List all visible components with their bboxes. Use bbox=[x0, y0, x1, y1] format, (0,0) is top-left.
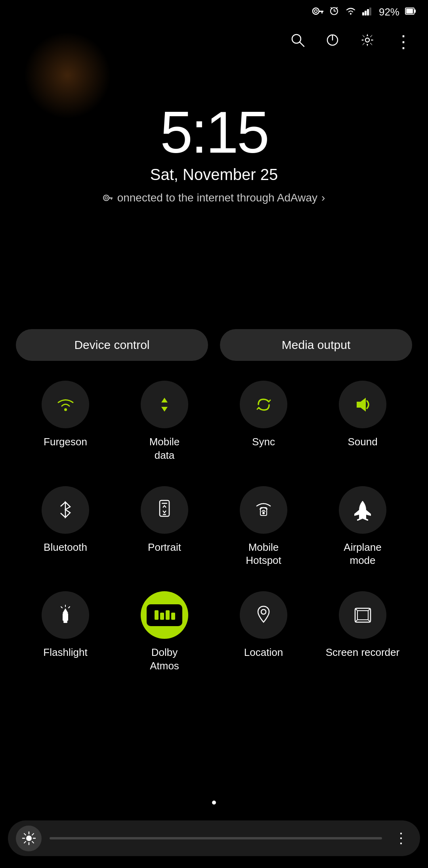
airplane-label: Airplanemode bbox=[344, 541, 381, 568]
sound-label: Sound bbox=[348, 435, 377, 449]
svg-rect-12 bbox=[365, 11, 367, 15]
svg-rect-26 bbox=[111, 199, 112, 200]
qs-item-portrait[interactable]: Portrait bbox=[125, 486, 204, 568]
qs-item-airplane[interactable]: Airplanemode bbox=[323, 486, 402, 568]
svg-point-28 bbox=[64, 408, 67, 411]
svg-rect-27 bbox=[112, 197, 113, 199]
clock-time: 5:15 bbox=[0, 103, 428, 162]
signal-icon bbox=[362, 7, 373, 17]
qs-item-flashlight[interactable]: Flashlight bbox=[26, 591, 105, 673]
mobiledata-toggle-circle bbox=[141, 381, 188, 428]
wifi-label: Furgeson bbox=[44, 435, 87, 449]
location-toggle-circle bbox=[240, 591, 287, 639]
qs-item-mobiledata[interactable]: Mobiledata bbox=[125, 381, 204, 462]
svg-rect-3 bbox=[321, 12, 323, 13]
screenrecorder-label: Screen recorder bbox=[326, 646, 399, 659]
svg-line-62 bbox=[32, 841, 34, 843]
portrait-toggle-circle bbox=[141, 486, 188, 534]
action-bar: ⋮ bbox=[0, 26, 428, 57]
alarm-icon bbox=[329, 6, 339, 19]
qs-item-location[interactable]: Location bbox=[224, 591, 303, 673]
svg-rect-4 bbox=[323, 11, 323, 12]
vpn-notice: onnected to the internet through AdAway … bbox=[0, 192, 428, 204]
svg-rect-16 bbox=[414, 10, 416, 13]
wifi-toggle-circle bbox=[42, 381, 89, 428]
vpn-text: onnected to the internet through AdAway bbox=[117, 192, 317, 204]
svg-point-49 bbox=[261, 609, 266, 614]
svg-rect-34 bbox=[163, 514, 166, 515]
brightness-slider[interactable] bbox=[50, 837, 382, 839]
svg-line-42 bbox=[61, 607, 62, 608]
brightness-bar[interactable]: ⋮ bbox=[8, 820, 420, 856]
svg-rect-14 bbox=[369, 8, 371, 15]
quick-settings: Furgeson Mobiledata Sync bbox=[0, 381, 428, 697]
svg-rect-43 bbox=[63, 621, 67, 623]
svg-rect-11 bbox=[362, 12, 364, 15]
screenrecorder-toggle-circle bbox=[339, 591, 386, 639]
svg-line-64 bbox=[24, 841, 26, 843]
svg-point-1 bbox=[314, 10, 317, 12]
brightness-more-icon[interactable]: ⋮ bbox=[390, 830, 412, 847]
qs-item-hotspot[interactable]: MobileHotspot bbox=[224, 486, 303, 568]
qs-row-1: Furgeson Mobiledata Sync bbox=[16, 381, 412, 462]
hotspot-toggle-circle bbox=[240, 486, 287, 534]
qs-item-bluetooth[interactable]: Bluetooth bbox=[26, 486, 105, 568]
svg-rect-13 bbox=[367, 9, 369, 15]
flashlight-toggle-circle bbox=[42, 591, 89, 639]
qs-row-3: Flashlight DolbyAtmos bbox=[16, 591, 412, 673]
settings-icon[interactable] bbox=[360, 33, 375, 51]
svg-line-30 bbox=[61, 513, 65, 517]
search-icon[interactable] bbox=[290, 33, 305, 51]
svg-point-0 bbox=[313, 8, 319, 14]
svg-line-19 bbox=[300, 42, 304, 46]
power-icon[interactable] bbox=[325, 33, 340, 51]
svg-point-24 bbox=[105, 197, 107, 199]
svg-rect-46 bbox=[160, 613, 164, 620]
sound-toggle-circle bbox=[339, 381, 386, 428]
flashlight-label: Flashlight bbox=[43, 646, 87, 659]
vpn-arrow-icon: › bbox=[321, 192, 325, 204]
battery-percentage: 92% bbox=[379, 6, 399, 18]
bluetooth-label: Bluetooth bbox=[44, 541, 87, 554]
location-label: Location bbox=[244, 646, 283, 659]
clock-section: 5:15 Sat, November 25 onnected to the in… bbox=[0, 103, 428, 204]
hotspot-label: MobileHotspot bbox=[246, 541, 281, 568]
qs-item-sync[interactable]: Sync bbox=[224, 381, 303, 462]
svg-rect-38 bbox=[63, 613, 68, 621]
portrait-label: Portrait bbox=[148, 541, 181, 554]
wifi-status-icon bbox=[345, 6, 357, 17]
svg-rect-17 bbox=[406, 9, 413, 13]
svg-line-61 bbox=[24, 834, 26, 835]
svg-point-56 bbox=[26, 835, 32, 841]
svg-point-37 bbox=[263, 512, 264, 513]
page-indicator bbox=[0, 801, 428, 805]
qs-item-screenrecorder[interactable]: Screen recorder bbox=[323, 591, 402, 673]
svg-point-23 bbox=[103, 195, 109, 201]
svg-rect-51 bbox=[357, 611, 368, 620]
more-options-icon[interactable]: ⋮ bbox=[395, 33, 412, 50]
bluetooth-toggle-circle bbox=[42, 486, 89, 534]
page-dot-1 bbox=[212, 801, 216, 805]
svg-line-63 bbox=[32, 834, 34, 835]
svg-point-22 bbox=[365, 38, 369, 42]
svg-line-31 bbox=[61, 502, 65, 506]
svg-rect-45 bbox=[155, 610, 159, 620]
dolby-toggle-circle bbox=[141, 591, 188, 639]
status-bar: 92% bbox=[0, 0, 428, 24]
media-output-button[interactable]: Media output bbox=[220, 329, 412, 361]
qs-item-sound[interactable]: Sound bbox=[323, 381, 402, 462]
sync-toggle-circle bbox=[240, 381, 287, 428]
dolby-label: DolbyAtmos bbox=[150, 646, 179, 673]
svg-marker-29 bbox=[357, 398, 366, 412]
clock-date: Sat, November 25 bbox=[0, 166, 428, 184]
svg-rect-48 bbox=[171, 613, 175, 620]
svg-point-10 bbox=[350, 13, 352, 15]
sync-label: Sync bbox=[252, 435, 275, 449]
svg-rect-47 bbox=[166, 610, 170, 620]
qs-item-wifi[interactable]: Furgeson bbox=[26, 381, 105, 462]
device-control-button[interactable]: Device control bbox=[16, 329, 208, 361]
mobiledata-label: Mobiledata bbox=[149, 435, 180, 462]
dolby-inner bbox=[147, 604, 182, 626]
airplane-toggle-circle bbox=[339, 486, 386, 534]
qs-item-dolby[interactable]: DolbyAtmos bbox=[125, 591, 204, 673]
